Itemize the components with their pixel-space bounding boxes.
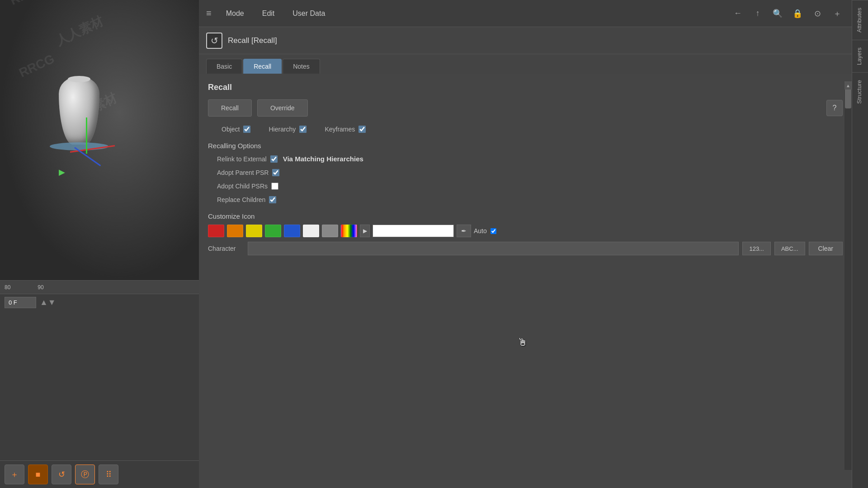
main-panel: ≡ Mode Edit User Data ← ↑ 🔍 🔒 ⊙ ＋ ↺ Reca… [199,0,852,488]
tool-dots[interactable]: ⠿ [99,465,118,484]
frame-stepper[interactable]: ▲▼ [40,298,56,307]
adopt-child-checkbox[interactable] [271,183,278,190]
menu-user-data[interactable]: User Data [289,8,329,19]
help-button[interactable]: ? [826,100,843,116]
plugin-title: Recall [Recall] [228,36,277,45]
color-swatch-gray[interactable] [322,225,338,237]
keyframes-checkbox[interactable] [359,126,366,133]
color-swatch-white[interactable] [303,225,319,237]
checkboxes-row: Object Hierarchy Keyframes [208,126,843,133]
auto-checkbox[interactable] [491,228,496,234]
color-swatch-blue[interactable] [284,225,300,237]
relink-row: Relink to External Via Matching Hierarch… [208,155,843,163]
color-swatch-yellow[interactable] [246,225,262,237]
timeline-ruler: 80 90 [0,281,199,294]
watermark: 人人素材 [53,13,106,50]
object-check-item: Object [222,126,250,133]
up-icon[interactable]: ↑ [750,6,765,21]
tool-select[interactable]: ■ [28,465,48,484]
clear-button[interactable]: Clear [809,242,843,255]
num-btn[interactable]: 123... [742,242,771,255]
eyedropper-btn[interactable]: ✒ [457,225,471,237]
color-swatch-orange[interactable] [227,225,243,237]
search-icon[interactable]: 🔍 [770,6,785,21]
recall-button[interactable]: Recall [208,99,252,117]
adopt-parent-label: Adopt Parent PSR [217,169,269,176]
character-label: Character [208,245,244,252]
color-input-box[interactable] [373,225,454,237]
adopt-child-check-item: Adopt Child PSRs [217,183,278,190]
adopt-parent-checkbox[interactable] [272,169,279,176]
timeline-toolbar: ＋ ■ ↺ Ⓟ ⠿ [0,460,199,488]
object-checkbox[interactable] [243,126,250,133]
hamburger-icon[interactable]: ≡ [206,8,212,19]
tab-basic[interactable]: Basic [206,59,242,74]
adopt-child-label: Adopt Child PSRs [217,183,268,190]
scrollbar-track[interactable]: ▲ [844,81,852,470]
vase-body [59,77,99,145]
sidebar-tab-structure[interactable]: Structure [852,72,868,111]
vase-base [50,142,108,150]
adopt-child-row: Adopt Child PSRs [208,183,843,190]
sidebar-tab-layers[interactable]: Layers [852,40,868,72]
color-arrow-btn[interactable]: ▶ [360,225,370,237]
back-icon[interactable]: ← [731,6,745,21]
auto-label: Auto [474,227,487,235]
replace-children-label: Replace Children [217,196,265,203]
viewport-panel: RRCG 人人素材 RRCG 人人素材 RRCG 人人素材 ▶ 80 90 [0,0,199,488]
relink-value: Via Matching Hierarchies [283,155,363,163]
hierarchy-label: Hierarchy [269,126,296,133]
hierarchy-checkbox[interactable] [299,126,307,133]
customize-icon-section: Customize Icon ▶ ✒ Auto [208,212,843,255]
tab-notes[interactable]: Notes [283,59,320,74]
color-swatch-red[interactable] [208,225,224,237]
menu-mode[interactable]: Mode [222,8,248,19]
color-swatch-rainbow[interactable] [341,225,357,237]
move-arrow: ▶ [59,167,65,177]
relink-check-item: Relink to External [217,155,278,163]
tool-add[interactable]: ＋ [5,465,24,484]
adopt-parent-row: Adopt Parent PSR [208,169,843,176]
axis-y [86,117,87,154]
menu-edit[interactable]: Edit [259,8,278,19]
watermark: RRCG [8,0,47,8]
content-area: Recall Recall Override ? Object Hierarch… [199,74,852,488]
relink-label: Relink to External [217,155,267,163]
abc-btn[interactable]: ABC... [774,242,805,255]
recalling-options-section: Recalling Options Relink to External Via… [208,142,843,203]
add-icon[interactable]: ＋ [830,6,844,21]
replace-children-check-item: Replace Children [217,196,276,203]
timeline-marker-90: 90 [38,284,43,291]
tabs-bar: Basic Recall Notes [199,54,852,74]
target-icon[interactable]: ⊙ [810,6,825,21]
vase-neck [68,76,90,82]
relink-checkbox[interactable] [270,155,278,163]
plugin-header: ↺ Recall [Recall] [199,27,852,54]
recall-buttons-row: Recall Override ? [208,99,843,117]
sidebar-tab-attributes[interactable]: Attributes [852,0,868,40]
lock-icon[interactable]: 🔒 [790,6,805,21]
recall-section-title: Recall [208,83,843,92]
3d-objects: ▶ [32,72,167,208]
override-button[interactable]: Override [257,99,308,117]
timeline-marker-80: 80 [5,284,10,291]
tab-recall[interactable]: Recall [243,59,282,74]
plugin-icon: ↺ [206,33,222,49]
color-swatch-green[interactable] [265,225,281,237]
object-label: Object [222,126,240,133]
recalling-options-title: Recalling Options [208,142,843,150]
frame-input-row: ▲▼ [0,294,199,311]
scroll-up-btn[interactable]: ▲ [844,81,852,89]
tool-p[interactable]: Ⓟ [75,465,95,484]
customize-icon-title: Customize Icon [208,212,843,220]
replace-children-checkbox[interactable] [269,196,276,203]
replace-children-row: Replace Children [208,196,843,203]
viewport-3d[interactable]: RRCG 人人素材 RRCG 人人素材 RRCG 人人素材 ▶ [0,0,199,280]
keyframes-label: Keyframes [325,126,355,133]
character-row: Character 123... ABC... Clear [208,242,843,255]
frame-input[interactable] [5,297,36,308]
menubar: ≡ Mode Edit User Data ← ↑ 🔍 🔒 ⊙ ＋ [199,0,852,27]
tool-rotate[interactable]: ↺ [52,465,71,484]
keyframes-check-item: Keyframes [325,126,366,133]
character-input[interactable] [248,242,739,255]
